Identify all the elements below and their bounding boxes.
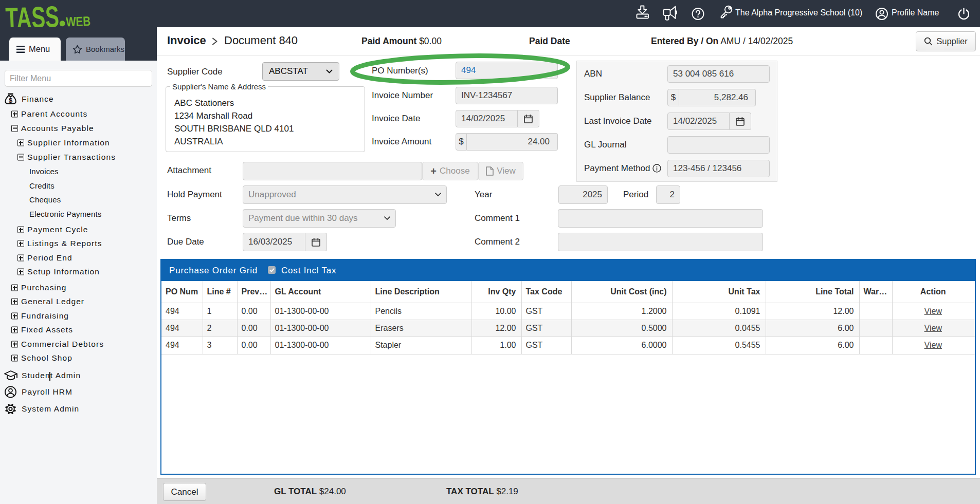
svg-text:$: $ [9,97,13,104]
svg-text:TASS: TASS [5,0,60,30]
